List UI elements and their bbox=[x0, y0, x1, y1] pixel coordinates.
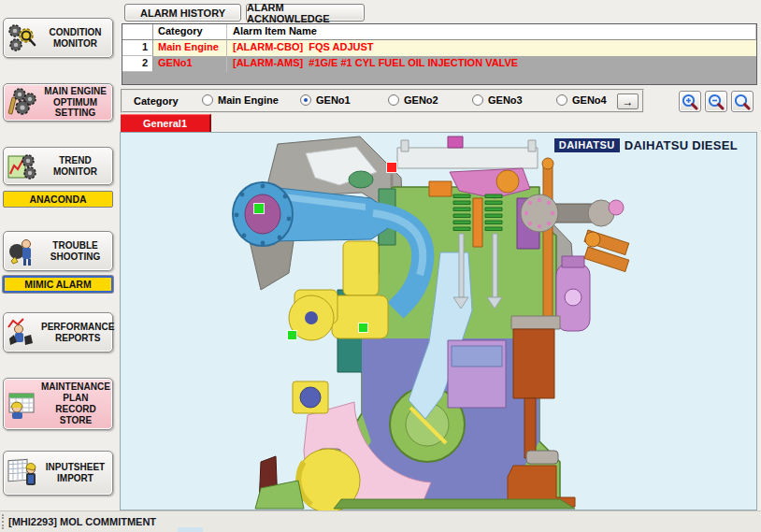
radio-geno2[interactable]: GENo2 bbox=[388, 94, 438, 106]
status-indicator-green[interactable] bbox=[254, 204, 264, 213]
statusbar-text: [MHI2293] MOL COMMITMENT bbox=[8, 516, 156, 527]
sidebar-item-label: TREND MONITOR bbox=[41, 155, 112, 178]
daihatsu-diesel-wordmark: DAIHATSU DIESEL bbox=[625, 138, 738, 152]
sidebar-item-label: PERFORMANCE REPORTS bbox=[41, 322, 117, 344]
tab-general1[interactable]: General1 bbox=[121, 114, 211, 132]
sidebar-item-trouble-shooting[interactable]: TROUBLE SHOOTING bbox=[3, 231, 113, 271]
magnifier-icon bbox=[733, 93, 752, 111]
alarm-item-cell: [ALARM-AMS] #1G/E #1 CYL FUEL OIL INJECT… bbox=[227, 56, 756, 72]
calendar-worker-icon bbox=[4, 386, 41, 422]
statusbar-fragment bbox=[178, 527, 203, 532]
zoom-in-button[interactable] bbox=[679, 91, 701, 112]
report-chart-icon bbox=[4, 315, 41, 351]
zoom-out-icon bbox=[707, 93, 725, 111]
sidebar-item-label: MAIN ENGINE OPTIMUM SETTING bbox=[41, 86, 112, 119]
daihatsu-logo-badge: DAIHATSU bbox=[554, 138, 620, 152]
alarm-indicator-red[interactable] bbox=[387, 163, 396, 172]
sidebar-item-maintenance-plan-record-store[interactable]: MAINTENANCE PLAN RECORD STORE bbox=[3, 378, 113, 430]
alarm-table-row[interactable]: 1 Main Engine [ALARM-CBO] FQS ADJUST bbox=[122, 40, 756, 56]
alarm-item-cell: [ALARM-CBO] FQS ADJUST bbox=[227, 40, 756, 56]
sidebar-item-main-engine-optimum-setting[interactable]: MAIN ENGINE OPTIMUM SETTING bbox=[3, 83, 113, 122]
column-header-alarm-item-name: Alarm Item Name bbox=[227, 24, 756, 40]
alarm-category-cell: Main Engine bbox=[153, 40, 227, 56]
statusbar-grip bbox=[2, 514, 7, 529]
sidebar-item-inputsheet-import[interactable]: INPUTSHEET IMPORT bbox=[3, 451, 113, 496]
alarm-category-cell: GENo1 bbox=[153, 56, 227, 72]
sidebar-item-label: INPUTSHEET IMPORT bbox=[41, 462, 112, 484]
spreadsheet-worker-icon bbox=[4, 455, 41, 491]
radio-icon bbox=[300, 94, 311, 106]
worker-icon bbox=[4, 234, 41, 269]
zoom-out-button[interactable] bbox=[705, 91, 727, 112]
alarm-table-header: Category Alarm Item Name bbox=[122, 24, 756, 40]
application-window: CONDITION MONITOR MAIN ENGINE OPTIMUM SE… bbox=[0, 0, 761, 532]
sidebar-item-label: MAINTENANCE PLAN RECORD STORE bbox=[41, 381, 113, 425]
radio-geno3[interactable]: GENo3 bbox=[472, 94, 523, 106]
mimic-diagram-panel: DAIHATSU DAIHATSU DIESEL bbox=[120, 132, 757, 510]
zoom-in-icon bbox=[681, 93, 699, 111]
alarm-table-row[interactable]: 2 GENo1 [ALARM-AMS] #1G/E #1 CYL FUEL OI… bbox=[122, 56, 756, 72]
radio-icon bbox=[202, 94, 213, 106]
radio-icon bbox=[556, 94, 567, 106]
brand-logo: DAIHATSU DAIHATSU DIESEL bbox=[554, 138, 738, 152]
alarm-acknowledge-button[interactable]: ALARM ACKNOWLEDGE bbox=[246, 4, 365, 22]
sidebar-item-trend-monitor[interactable]: TREND MONITOR bbox=[3, 147, 113, 185]
radio-main-engine[interactable]: Main Engine bbox=[202, 94, 279, 106]
radio-icon bbox=[388, 94, 399, 106]
column-header-category: Category bbox=[153, 24, 227, 40]
sidebar-item-label: TROUBLE SHOOTING bbox=[41, 240, 112, 263]
trend-chart-icon bbox=[4, 149, 41, 184]
category-label: Category bbox=[134, 95, 179, 107]
column-header-rownum bbox=[122, 24, 153, 40]
engine-cutaway-illustration bbox=[121, 133, 758, 511]
sidebar-item-anaconda[interactable]: ANACONDA bbox=[3, 191, 113, 208]
radio-geno4[interactable]: GENo4 bbox=[556, 94, 607, 106]
status-bar: [MHI2293] MOL COMMITMENT bbox=[0, 510, 761, 532]
category-selector-bar: Category Main Engine GENo1 GENo2 GENo3 G… bbox=[121, 89, 644, 113]
gears-magnifier-icon bbox=[4, 21, 41, 56]
next-category-button[interactable]: → bbox=[617, 93, 639, 109]
radio-geno1[interactable]: GENo1 bbox=[300, 94, 351, 106]
status-indicator-green[interactable] bbox=[359, 324, 367, 332]
radio-icon bbox=[472, 94, 483, 106]
sidebar-item-label: CONDITION MONITOR bbox=[41, 27, 112, 50]
row-number: 2 bbox=[122, 56, 153, 72]
sidebar-item-label: MIMIC ALARM bbox=[24, 279, 91, 290]
right-arrow-icon: → bbox=[623, 95, 634, 108]
sidebar-item-label: ANACONDA bbox=[29, 194, 86, 205]
status-indicator-green[interactable] bbox=[288, 331, 296, 339]
zoom-search-button[interactable] bbox=[731, 91, 754, 112]
alarm-list-table: Category Alarm Item Name 1 Main Engine [… bbox=[122, 23, 757, 85]
row-number: 1 bbox=[122, 40, 153, 56]
alarm-history-button[interactable]: ALARM HISTORY bbox=[124, 4, 241, 22]
sidebar-item-mimic-alarm[interactable]: MIMIC ALARM bbox=[3, 276, 113, 293]
sidebar-item-performance-reports[interactable]: PERFORMANCE REPORTS bbox=[3, 312, 113, 352]
sidebar-item-condition-monitor[interactable]: CONDITION MONITOR bbox=[3, 18, 113, 58]
gears-icon bbox=[4, 85, 41, 121]
